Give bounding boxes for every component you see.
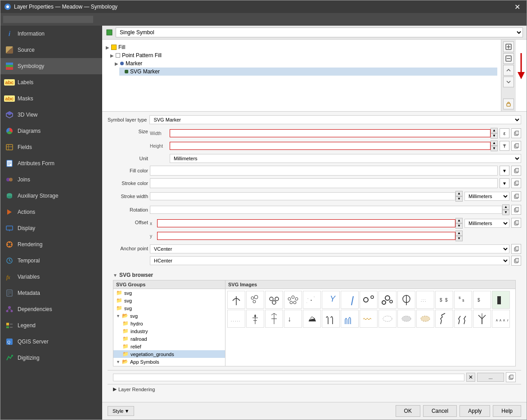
stroke-width-input[interactable]: No stroke <box>150 192 455 200</box>
offset-x-input[interactable]: 0.000000 <box>157 219 455 227</box>
apply-button[interactable]: Apply <box>459 405 490 417</box>
svg-browser-collapse-arrow[interactable]: ▼ <box>113 273 117 278</box>
tree-node-ppf[interactable]: ▶ Point Pattern Fill <box>110 51 497 59</box>
svg-group-hydro[interactable]: 📁 hydro <box>113 320 225 327</box>
svg-img-10[interactable] <box>397 291 415 309</box>
svg-group-svg1[interactable]: 📁 svg <box>113 289 225 297</box>
remove-layer-btn[interactable] <box>503 53 514 64</box>
svg-img-3[interactable] <box>265 291 283 309</box>
rotation-input[interactable]: 0.00 ° <box>150 206 502 214</box>
tree-node-marker[interactable]: ▶ Marker <box>115 59 497 68</box>
svg-img-4[interactable] <box>284 291 302 309</box>
file-path-clear-btn[interactable]: ✕ <box>466 373 475 382</box>
svg-img-17[interactable] <box>246 310 264 328</box>
width-input[interactable]: 0.800000 <box>170 129 491 137</box>
rotation-down-btn[interactable]: ▼ <box>502 210 509 215</box>
file-path-browse-btn[interactable]: ... <box>477 373 504 382</box>
stroke-color-swatch[interactable] <box>150 178 498 188</box>
sidebar-item-qgisserver[interactable]: Q QGIS Server <box>0 334 102 350</box>
rotation-expr-btn[interactable] <box>511 205 521 215</box>
offset-y-input[interactable]: 0.000000 <box>157 232 455 240</box>
fill-color-expr-btn[interactable] <box>511 166 521 176</box>
file-path-expr-btn[interactable] <box>506 372 516 382</box>
stroke-width-expr-btn[interactable] <box>511 191 521 201</box>
width-copy-btn[interactable] <box>511 128 521 138</box>
anchor-hcenter-select[interactable]: HCenter Left Right <box>150 256 509 265</box>
sidebar-item-joins[interactable]: Joins <box>0 172 102 188</box>
svg-img-16[interactable]: . . . . . <box>227 310 245 328</box>
svg-img-22[interactable] <box>341 310 359 328</box>
style-button[interactable]: Style ▼ <box>108 406 134 416</box>
svg-img-24[interactable] <box>378 310 396 328</box>
anchor-vcenter-select[interactable]: VCenter Top Bottom <box>150 244 509 253</box>
lock-btn[interactable] <box>503 99 514 109</box>
svg-img-23[interactable]: 〰 <box>360 310 378 328</box>
svg-img-27[interactable] <box>435 310 453 328</box>
svg-img-18[interactable] <box>265 310 283 328</box>
stroke-width-down-btn[interactable]: ▼ <box>455 196 463 202</box>
sidebar-item-symbology[interactable]: Symbology <box>0 58 102 74</box>
sidebar-item-dependencies[interactable]: Dependencies <box>0 301 102 317</box>
close-icon[interactable]: ✕ <box>512 2 523 12</box>
sidebar-item-source[interactable]: Source <box>0 42 102 58</box>
sidebar-item-variables[interactable]: fx Variables <box>0 269 102 285</box>
height-input[interactable]: 1.200000 <box>170 142 491 150</box>
svg-group-svg3[interactable]: 📁 svg <box>113 304 225 312</box>
svg-img-28[interactable] <box>454 310 472 328</box>
svg-img-15[interactable] <box>492 291 510 309</box>
svg-group-vegetation[interactable]: 📁 vegetation_grounds <box>113 350 225 358</box>
svg-img-7[interactable] <box>341 291 359 309</box>
sidebar-item-actions[interactable]: Actions <box>0 204 102 220</box>
stroke-width-unit-select[interactable]: Millimeters Pixels <box>464 192 509 201</box>
height-up-btn[interactable]: ▲ <box>491 140 498 146</box>
offset-unit-select[interactable]: Millimeters <box>464 219 509 228</box>
offset-expr-btn[interactable] <box>511 218 521 228</box>
symbol-type-dropdown[interactable]: Single Symbol Categorized Graduated Rule… <box>116 27 523 37</box>
svg-group-relief[interactable]: 📁 relief <box>113 343 225 350</box>
svg-group-railroad[interactable]: 📁 railroad <box>113 335 225 343</box>
sidebar-item-legend[interactable]: Legend <box>0 317 102 334</box>
svg-img-6[interactable]: Y <box>322 291 340 309</box>
file-path-input[interactable]: C:/Users/IOWq750/AppData/Roaming/QGIS/QG… <box>113 374 464 381</box>
layer-rendering-header[interactable]: ▶ Layer Rendering <box>108 384 521 394</box>
height-copy-btn[interactable] <box>511 141 521 151</box>
sidebar-item-fields[interactable]: Fields <box>0 139 102 155</box>
svg-group-svg2[interactable]: 📁 svg <box>113 297 225 304</box>
width-expr-btn[interactable]: ε <box>500 128 509 138</box>
search-input[interactable] <box>3 16 93 23</box>
sidebar-item-metadata[interactable]: Metadata <box>0 285 102 301</box>
svg-img-19[interactable]: ↓ <box>284 310 302 328</box>
svg-img-21[interactable] <box>322 310 340 328</box>
offset-y-up-btn[interactable]: ▲ <box>455 230 463 236</box>
sidebar-item-information[interactable]: i Information <box>0 26 102 42</box>
svg-group-industry[interactable]: 📁 industry <box>113 327 225 335</box>
offset-x-down-btn[interactable]: ▼ <box>455 223 463 229</box>
stroke-color-expr-btn[interactable] <box>511 178 521 188</box>
cancel-button[interactable]: Cancel <box>423 405 457 417</box>
svg-img-9[interactable] <box>378 291 396 309</box>
height-down-btn[interactable]: ▼ <box>491 146 498 151</box>
anchor-vcenter-expr-btn[interactable] <box>511 244 521 254</box>
tree-node-svgmarker[interactable]: ▶ SVG Marker <box>119 68 497 76</box>
sidebar-item-attrform[interactable]: Attributes Form <box>0 155 102 172</box>
sidebar-item-rendering[interactable]: Rendering <box>0 236 102 253</box>
svg-img-20[interactable]: ⛰ <box>303 310 321 328</box>
fill-color-dropdown[interactable]: ▼ <box>500 166 509 176</box>
anchor-hcenter-expr-btn[interactable] <box>511 256 521 266</box>
sidebar-item-digitizing[interactable]: Digitizing <box>0 350 102 366</box>
fill-color-swatch[interactable] <box>150 166 498 176</box>
tree-node-fill[interactable]: ▶ Fill <box>106 43 497 51</box>
sidebar-item-labels[interactable]: abc Labels <box>0 74 102 90</box>
svg-img-13[interactable]: $$ <box>454 291 472 309</box>
svg-img-2[interactable] <box>246 291 264 309</box>
sidebar-item-masks[interactable]: abc Masks <box>0 90 102 107</box>
offset-x-up-btn[interactable]: ▲ <box>455 218 463 223</box>
rotation-up-btn[interactable]: ▲ <box>502 204 509 210</box>
height-expr-btn[interactable] <box>500 141 509 151</box>
svg-img-25[interactable] <box>397 310 415 328</box>
svg-img-29[interactable] <box>473 310 491 328</box>
svg-img-14[interactable]: $ <box>473 291 491 309</box>
sidebar-item-display[interactable]: Display <box>0 220 102 236</box>
svg-img-5[interactable]: ···· <box>303 291 321 309</box>
width-down-btn[interactable]: ▼ <box>491 133 498 139</box>
